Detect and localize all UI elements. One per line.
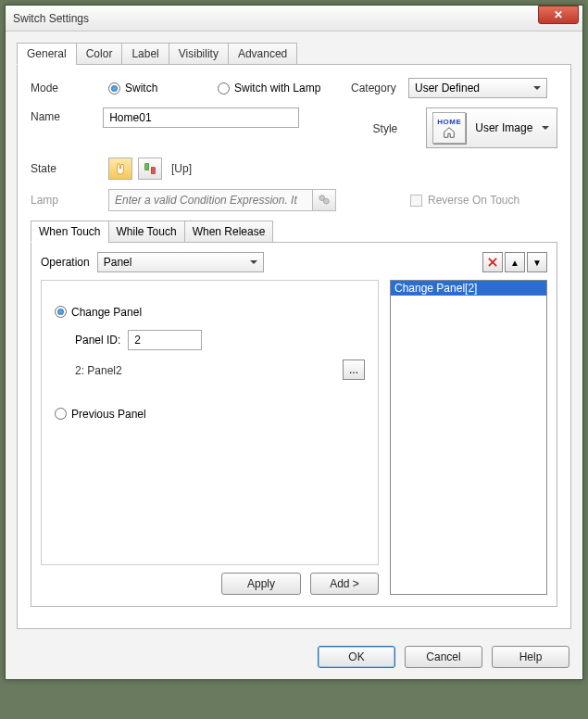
arrow-up-icon: ▲ — [510, 258, 519, 268]
panel-id-input[interactable] — [128, 330, 202, 350]
tab-when-touch[interactable]: When Touch — [31, 221, 109, 243]
operation-config-panel: Change Panel Panel ID: 2: Panel2 ... — [41, 280, 379, 565]
svg-rect-1 — [151, 168, 155, 174]
radio-previous-panel-label: Previous Panel — [71, 408, 146, 421]
lamp-picker-button[interactable] — [312, 189, 336, 211]
radio-dot-icon — [218, 82, 230, 95]
state-toggle-button[interactable] — [138, 158, 162, 180]
radio-previous-panel[interactable]: Previous Panel — [55, 408, 146, 421]
style-label: Style — [373, 107, 427, 135]
tab-advanced[interactable]: Advanced — [228, 43, 297, 65]
svg-rect-0 — [145, 164, 149, 170]
content-area: General Color Label Visibility Advanced … — [6, 32, 582, 637]
radio-dot-icon — [55, 408, 67, 420]
hand-icon — [113, 161, 128, 176]
home-preview-icon: HOME — [432, 112, 466, 144]
main-tabstrip: General Color Label Visibility Advanced — [17, 43, 571, 65]
state-buttons: [Up] — [108, 158, 192, 180]
lamp-label: Lamp — [31, 194, 108, 207]
cancel-button[interactable]: Cancel — [405, 646, 482, 668]
reverse-label: Reverse On Touch — [428, 194, 519, 207]
mode-label: Mode — [31, 82, 108, 95]
touch-tabstrip: When Touch While Touch When Release — [31, 221, 557, 243]
svg-point-3 — [323, 198, 329, 204]
radio-change-panel[interactable]: Change Panel — [55, 306, 142, 319]
help-button[interactable]: Help — [492, 646, 569, 668]
radio-switch-with-lamp[interactable]: Switch with Lamp — [218, 82, 338, 95]
tab-when-release[interactable]: When Release — [184, 221, 274, 243]
tag-icon — [318, 194, 331, 207]
ok-button[interactable]: OK — [318, 646, 395, 668]
name-input[interactable] — [103, 107, 298, 128]
close-button[interactable]: ✕ — [538, 6, 579, 24]
delete-x-icon — [486, 256, 499, 269]
tab-color[interactable]: Color — [76, 43, 123, 65]
lamp-row: Lamp Reverse On Touch — [31, 189, 557, 211]
add-button[interactable]: Add > — [310, 573, 379, 595]
window-title: Switch Settings — [13, 12, 538, 25]
tab-page-general: Mode Switch Switch with Lamp Category Us… — [17, 64, 571, 629]
radio-switch-label: Switch — [125, 82, 157, 95]
style-value: User Image — [475, 121, 532, 134]
operation-body: Change Panel Panel ID: 2: Panel2 ... — [41, 280, 547, 595]
list-tools: ▲ ▼ — [482, 252, 547, 272]
panel-id-row: Panel ID: — [75, 330, 365, 350]
dialog-window: Switch Settings ✕ General Color Label Vi… — [5, 5, 583, 680]
apply-add-row: Apply Add > — [41, 573, 379, 595]
operation-row: Operation Panel ▲ ▼ — [41, 252, 547, 272]
tab-label[interactable]: Label — [121, 43, 169, 65]
delete-button[interactable] — [482, 252, 503, 272]
radio-dot-icon — [108, 82, 120, 95]
category-value: User Defined — [415, 82, 480, 95]
ellipsis-icon: ... — [349, 363, 358, 376]
move-up-button[interactable]: ▲ — [505, 252, 525, 272]
operation-label: Operation — [41, 256, 90, 269]
tab-visibility[interactable]: Visibility — [169, 43, 229, 65]
operation-select[interactable]: Panel — [97, 252, 264, 272]
name-label: Name — [31, 107, 103, 123]
panel-id-label: Panel ID: — [75, 334, 120, 347]
house-icon — [442, 126, 457, 139]
titlebar[interactable]: Switch Settings ✕ — [6, 6, 582, 32]
radio-switch-with-lamp-label: Switch with Lamp — [234, 82, 320, 95]
radio-dot-icon — [55, 306, 67, 318]
state-row: State [Up] — [31, 158, 557, 180]
operation-value: Panel — [104, 256, 132, 269]
arrow-down-icon: ▼ — [532, 258, 542, 268]
lamp-input — [108, 189, 312, 211]
state-label: State — [31, 162, 108, 175]
state-text: [Up] — [171, 162, 192, 175]
category-label: Category — [351, 82, 408, 95]
reverse-on-touch-checkbox: Reverse On Touch — [410, 194, 519, 207]
checkbox-icon — [410, 195, 422, 207]
close-icon: ✕ — [554, 8, 563, 21]
mode-row: Mode Switch Switch with Lamp Category Us… — [31, 78, 557, 98]
category-select[interactable]: User Defined — [408, 78, 547, 98]
name-row: Name Style HOME User Image — [31, 107, 557, 148]
toggle-icon — [143, 161, 157, 176]
list-item[interactable]: Change Panel[2] — [391, 281, 546, 296]
panel-name-text: 2: Panel2 — [75, 364, 122, 377]
browse-panel-button[interactable]: ... — [343, 360, 365, 380]
apply-button[interactable]: Apply — [221, 573, 301, 595]
radio-change-panel-label: Change Panel — [71, 306, 142, 319]
dialog-footer: OK Cancel Help — [6, 637, 582, 679]
tab-general[interactable]: General — [17, 43, 77, 65]
style-select[interactable]: HOME User Image — [426, 107, 557, 148]
move-down-button[interactable]: ▼ — [527, 252, 547, 272]
operation-list[interactable]: Change Panel[2] — [390, 280, 547, 595]
state-up-button[interactable] — [108, 158, 132, 180]
touch-page: Operation Panel ▲ ▼ — [31, 242, 557, 607]
radio-switch[interactable]: Switch — [108, 82, 210, 95]
panel-name-row: 2: Panel2 ... — [55, 354, 365, 380]
tab-while-touch[interactable]: While Touch — [108, 221, 185, 243]
